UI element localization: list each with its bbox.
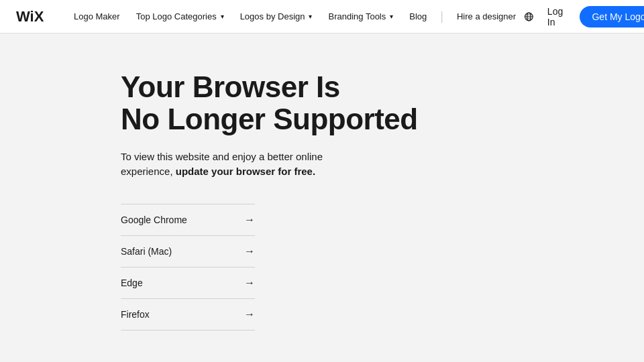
nav-logos-by-design[interactable]: Logos by Design ▾ — [232, 11, 321, 21]
svg-text:WiX: WiX — [16, 9, 44, 24]
browser-item-safari[interactable]: Safari (Mac) → — [121, 235, 255, 267]
page-title: Your Browser Is No Longer Supported — [121, 71, 644, 136]
login-link[interactable]: Log In — [542, 6, 572, 27]
browser-name: Google Chrome — [121, 215, 187, 225]
nav-logo-maker[interactable]: Logo Maker — [66, 11, 128, 21]
browser-name: Edge — [121, 278, 143, 288]
browser-name: Firefox — [121, 309, 150, 320]
browser-list: Google Chrome → Safari (Mac) → Edge → Fi… — [121, 204, 255, 330]
nav-top-logo-categories[interactable]: Top Logo Categories ▾ — [128, 11, 232, 21]
arrow-icon: → — [244, 277, 255, 289]
chevron-down-icon: ▾ — [309, 13, 312, 20]
main-content: Your Browser Is No Longer Supported To v… — [0, 34, 644, 330]
header-right: Log In Get My Logo — [524, 6, 644, 27]
arrow-icon: → — [244, 214, 255, 226]
chevron-down-icon: ▾ — [221, 13, 224, 20]
arrow-icon: → — [244, 245, 255, 257]
browser-name: Safari (Mac) — [121, 246, 172, 257]
subtitle-text: To view this website and enjoy a better … — [121, 149, 349, 180]
arrow-icon: → — [244, 308, 255, 320]
nav-blog[interactable]: Blog — [401, 11, 435, 21]
wix-logo-area[interactable]: WiX — [16, 9, 50, 24]
nav-hire-designer[interactable]: Hire a designer — [449, 11, 524, 21]
main-nav: Logo Maker Top Logo Categories ▾ Logos b… — [66, 9, 524, 23]
nav-branding-tools[interactable]: Branding Tools ▾ — [320, 11, 401, 21]
browser-item-edge[interactable]: Edge → — [121, 267, 255, 298]
chevron-down-icon: ▾ — [390, 13, 393, 20]
nav-separator: | — [435, 9, 449, 23]
browser-item-chrome[interactable]: Google Chrome → — [121, 204, 255, 235]
get-my-logo-button[interactable]: Get My Logo — [580, 6, 644, 27]
globe-icon[interactable] — [524, 10, 534, 23]
site-header: WiX Logo Maker Top Logo Categories ▾ Log… — [0, 0, 644, 34]
browser-item-firefox[interactable]: Firefox → — [121, 298, 255, 330]
wix-logo-svg: WiX — [16, 9, 50, 24]
